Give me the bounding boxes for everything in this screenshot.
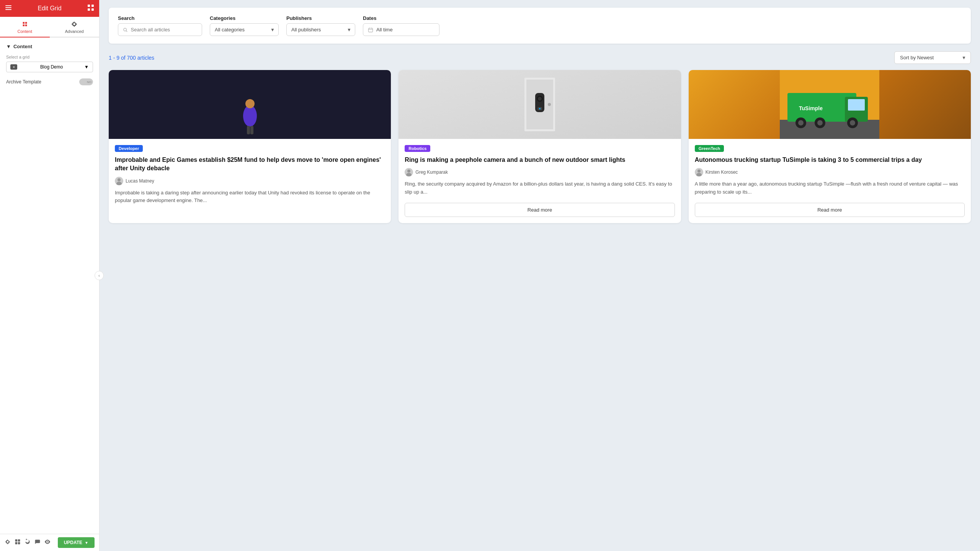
filter-publishers-group: Publishers All publishers ▼ xyxy=(286,15,355,36)
grid-select[interactable]: × Blog Demo ▼ xyxy=(6,62,93,72)
dates-label: Dates xyxy=(363,15,439,21)
tab-advanced[interactable]: Advanced xyxy=(50,17,100,37)
read-more-button-2[interactable]: Read more xyxy=(405,203,675,217)
svg-point-33 xyxy=(407,170,410,173)
sidebar-content-area: ▼ Content Select a grid × Blog Demo ▼ Ar… xyxy=(0,37,99,534)
archive-toggle[interactable] xyxy=(79,78,93,85)
svg-rect-5 xyxy=(88,8,90,11)
svg-rect-20 xyxy=(250,126,253,134)
archive-template-label: Archive Template xyxy=(6,79,41,85)
sidebar-tabs: Content Advanced xyxy=(0,17,99,37)
search-input[interactable] xyxy=(131,27,197,33)
sidebar: Edit Grid Content Advanced ▼ Content Sel… xyxy=(0,0,100,551)
author-name-3: Kirsten Korosec xyxy=(706,170,738,175)
article-card-2: Robotics Ring is making a peephole camer… xyxy=(399,70,681,223)
update-button-label: UPDATE xyxy=(64,540,82,545)
articles-count: 1 - 9 of 700 articles xyxy=(109,55,154,61)
hamburger-icon[interactable] xyxy=(5,5,11,12)
filter-categories-group: Categories All categories ▼ xyxy=(210,15,279,36)
tab-content[interactable]: Content xyxy=(0,17,50,37)
search-icon xyxy=(123,27,128,33)
filter-bar: Search Categories All categories ▼ Publi… xyxy=(109,8,971,44)
svg-rect-8 xyxy=(18,540,20,542)
sidebar-bottom-bar: UPDATE ▼ xyxy=(0,534,99,551)
svg-point-48 xyxy=(697,170,701,173)
content-section-toggle[interactable]: ▼ Content xyxy=(6,44,93,49)
svg-rect-10 xyxy=(18,542,20,544)
publishers-select[interactable]: All publishers xyxy=(286,23,355,36)
history-icon[interactable] xyxy=(24,539,31,546)
update-button[interactable]: UPDATE ▼ xyxy=(58,537,95,548)
article-title-1: Improbable and Epic Games establish $25M… xyxy=(115,156,385,173)
article-image-1 xyxy=(109,70,391,139)
svg-rect-1 xyxy=(5,7,11,8)
sort-select[interactable]: Sort by Newest Sort by Oldest Sort by Ti… xyxy=(894,51,971,64)
article-image-2 xyxy=(399,70,681,139)
layout-icon[interactable] xyxy=(15,539,21,546)
sidebar-header: Edit Grid xyxy=(0,0,99,17)
publishers-label: Publishers xyxy=(286,15,355,21)
update-arrow-icon: ▼ xyxy=(85,541,88,545)
select-grid-label: Select a grid xyxy=(6,55,93,59)
articles-toolbar: 1 - 9 of 700 articles Sort by Newest Sor… xyxy=(109,51,971,64)
svg-point-41 xyxy=(798,120,804,126)
article-author-2: Greg Kumparak xyxy=(405,168,675,176)
svg-rect-3 xyxy=(88,5,90,7)
svg-rect-0 xyxy=(5,5,11,6)
main-content: Search Categories All categories ▼ Publi… xyxy=(100,0,980,551)
publishers-select-wrap: All publishers ▼ xyxy=(286,23,355,36)
filter-dates-group: Dates All time xyxy=(363,15,439,36)
article-excerpt-2: Ring, the security company acquired by A… xyxy=(405,180,675,196)
author-avatar-2 xyxy=(405,168,413,176)
svg-text:TuSimple: TuSimple xyxy=(799,105,823,111)
eye-icon[interactable] xyxy=(44,539,51,546)
category-badge-3: GreenTech xyxy=(695,145,724,152)
svg-rect-39 xyxy=(848,99,865,111)
articles-grid: Developer Improbable and Epic Games esta… xyxy=(109,70,971,223)
svg-point-45 xyxy=(850,120,855,126)
content-section-label: Content xyxy=(13,44,32,49)
svg-point-11 xyxy=(124,28,127,31)
svg-line-12 xyxy=(126,31,127,32)
article-card-body-3: GreenTech Autonomous trucking startup Tu… xyxy=(689,139,971,223)
svg-point-17 xyxy=(243,105,257,127)
svg-rect-6 xyxy=(91,8,94,11)
article-card-body-1: Developer Improbable and Epic Games esta… xyxy=(109,139,391,223)
categories-select-wrap: All categories ▼ xyxy=(210,23,279,36)
author-avatar-3 xyxy=(695,168,703,176)
grid-icon[interactable] xyxy=(88,5,94,12)
settings-icon[interactable] xyxy=(5,539,11,546)
select-grid-row: × Blog Demo ▼ xyxy=(6,62,93,72)
dates-input-wrap[interactable]: All time xyxy=(363,23,439,36)
search-input-wrap xyxy=(118,23,202,36)
sidebar-title: Edit Grid xyxy=(38,5,61,12)
read-more-button-3[interactable]: Read more xyxy=(695,203,965,217)
comment-icon[interactable] xyxy=(34,539,41,546)
svg-rect-9 xyxy=(15,542,18,544)
grid-select-chevron: ▼ xyxy=(84,64,89,70)
category-badge-1: Developer xyxy=(115,145,143,152)
svg-rect-13 xyxy=(368,28,372,32)
categories-select[interactable]: All categories xyxy=(210,23,279,36)
svg-point-29 xyxy=(538,97,542,101)
svg-point-18 xyxy=(245,99,255,108)
archive-template-row: Archive Template xyxy=(6,78,93,85)
article-author-3: Kirsten Korosec xyxy=(695,168,965,176)
svg-rect-36 xyxy=(780,120,879,139)
sidebar-collapse-button[interactable]: ‹ xyxy=(95,271,104,280)
article-excerpt-3: A little more than a year ago, autonomou… xyxy=(695,180,965,196)
dates-value: All time xyxy=(376,27,393,33)
category-badge-2: Robotics xyxy=(405,145,430,152)
svg-rect-19 xyxy=(247,126,250,134)
article-card: Developer Improbable and Epic Games esta… xyxy=(109,70,391,223)
bottom-icons xyxy=(5,539,51,546)
article-card-body-2: Robotics Ring is making a peephole camer… xyxy=(399,139,681,223)
author-name-2: Greg Kumparak xyxy=(415,170,448,175)
article-image-3: TuSimple xyxy=(689,70,971,139)
search-label: Search xyxy=(118,15,202,21)
svg-point-31 xyxy=(539,108,541,109)
grid-select-tag: × xyxy=(10,64,17,70)
tab-advanced-label: Advanced xyxy=(65,29,84,34)
chevron-down-icon: ▼ xyxy=(6,44,11,49)
svg-rect-2 xyxy=(5,9,11,10)
